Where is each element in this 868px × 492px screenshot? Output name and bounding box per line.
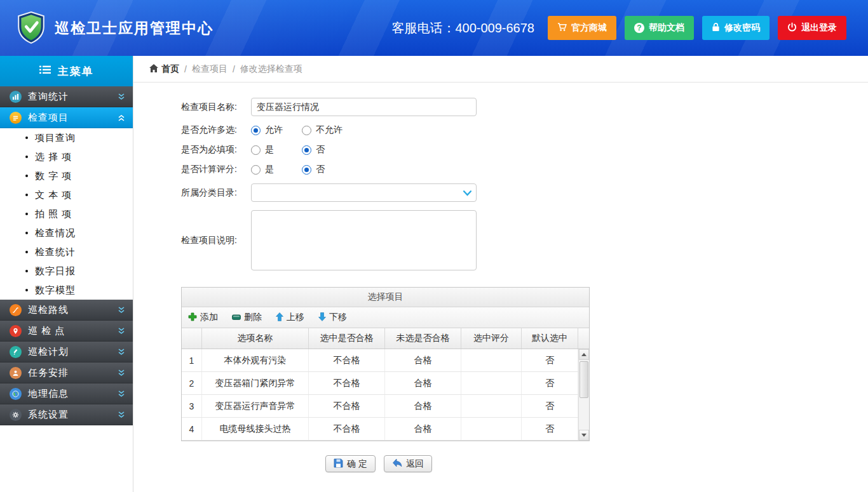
- home-icon: [149, 64, 158, 74]
- sidebar-item-inspection-plans[interactable]: 巡检计划: [0, 342, 133, 362]
- service-phone: 客服电话：400-009-6678: [391, 20, 534, 37]
- sidebar-subitem-number-daily[interactable]: 数字日报: [0, 262, 133, 281]
- radio-dot-icon: [251, 126, 261, 135]
- sidebar-subitem-project-query[interactable]: 项目查询: [0, 128, 133, 147]
- chevron-double-up-icon: [118, 114, 125, 121]
- radio-score-no[interactable]: 否: [302, 164, 353, 175]
- sidebar-subitem-number-item[interactable]: 数 字 项: [0, 166, 133, 185]
- sidebar-subitem-check-stats[interactable]: 检查统计: [0, 243, 133, 262]
- category-label: 所属分类目录:: [181, 187, 251, 199]
- radio-dot-icon: [251, 165, 261, 175]
- main-content: 首页 / 检查项目 / 修改选择检查项 检查项目名称: 是否允许多选: 允许 不…: [133, 56, 868, 492]
- power-icon: [787, 22, 797, 34]
- route-icon: [10, 304, 22, 316]
- scrollbar-thumb[interactable]: [580, 361, 588, 398]
- chevron-double-down-icon: [118, 390, 125, 397]
- cart-icon: [557, 22, 567, 34]
- sidebar-subitem-select-item[interactable]: 选 择 项: [0, 147, 133, 166]
- radio-disallow[interactable]: 不允许: [302, 124, 353, 136]
- lock-icon: [712, 22, 720, 34]
- form-row-description: 检查项目说明:: [181, 210, 868, 270]
- scroll-down-button[interactable]: [579, 430, 589, 441]
- sidebar-item-query-stats[interactable]: 查询统计: [0, 86, 133, 107]
- breadcrumb-separator: /: [184, 64, 187, 74]
- column-index: [182, 328, 202, 349]
- item-name-label: 检查项目名称:: [181, 102, 251, 113]
- arrow-down-icon: [318, 312, 326, 323]
- column-scrollbar-spacer: [578, 328, 589, 349]
- confirm-button[interactable]: 确 定: [325, 455, 376, 472]
- sidebar-item-task-assignment[interactable]: 任务安排: [0, 362, 133, 383]
- breadcrumb-section[interactable]: 检查项目: [192, 63, 227, 75]
- app-logo-shield-icon: [17, 11, 46, 44]
- triangle-down-icon: [581, 434, 587, 437]
- triangle-up-icon: [581, 353, 587, 356]
- sidebar-item-check-items[interactable]: 检查项目: [0, 107, 133, 128]
- sidebar-item-geo-info[interactable]: 地理信息: [0, 383, 133, 404]
- map-pin-icon: [10, 325, 22, 337]
- app-title: 巡检卫士应用管理中心: [55, 18, 214, 38]
- table-row[interactable]: 1 本体外观有污染 不合格 合格 否: [182, 349, 578, 372]
- chevron-double-down-icon: [118, 307, 125, 314]
- logout-button[interactable]: 退出登录: [778, 16, 846, 40]
- person-icon: [10, 367, 22, 379]
- breadcrumb-separator: /: [233, 64, 235, 74]
- add-option-button[interactable]: 添加: [188, 312, 218, 323]
- chart-icon: [10, 91, 22, 103]
- chevron-double-down-icon: [118, 369, 125, 376]
- radio-allow[interactable]: 允许: [251, 124, 302, 136]
- bullet-icon: [25, 194, 28, 196]
- form-row-score: 是否计算评分: 是 否: [181, 164, 868, 175]
- description-textarea[interactable]: [251, 210, 477, 270]
- breadcrumb-home[interactable]: 首页: [149, 63, 179, 75]
- bullet-icon: [25, 232, 28, 234]
- category-select[interactable]: [251, 183, 477, 202]
- grid-scrollbar: [578, 349, 589, 441]
- sidebar-item-system-settings[interactable]: 系统设置: [0, 404, 133, 425]
- sidebar-subitem-text-item[interactable]: 文 本 项: [0, 185, 133, 204]
- table-row[interactable]: 2 变压器箱门紧闭异常 不合格 合格 否: [182, 372, 578, 395]
- back-button[interactable]: 返回: [384, 455, 432, 472]
- check-item-form: 检查项目名称: 是否允许多选: 允许 不允许 是否为必填项: 是 否 是否计算评…: [133, 83, 868, 279]
- grid-rows: 1 本体外观有污染 不合格 合格 否 2 变压器箱门紧闭异常 不合格 合格 否: [182, 349, 578, 441]
- move-down-button[interactable]: 下移: [318, 312, 347, 323]
- bullet-icon: [25, 251, 28, 253]
- change-password-button[interactable]: 修改密码: [702, 16, 770, 40]
- radio-score-yes[interactable]: 是: [251, 164, 302, 175]
- radio-required-yes[interactable]: 是: [251, 144, 302, 156]
- breadcrumb: 首页 / 检查项目 / 修改选择检查项: [133, 56, 868, 83]
- chevron-double-down-icon: [118, 349, 125, 356]
- radio-required-no[interactable]: 否: [302, 144, 353, 156]
- chevron-double-down-icon: [118, 328, 125, 335]
- form-row-required: 是否为必填项: 是 否: [181, 144, 868, 156]
- required-label: 是否为必填项:: [181, 144, 251, 156]
- chevron-double-down-icon: [118, 93, 125, 100]
- pencil-icon: [10, 346, 22, 358]
- options-panel-title: 选择项目: [182, 288, 589, 307]
- sidebar-item-inspection-points[interactable]: 巡 检 点: [0, 321, 133, 342]
- bullet-icon: [25, 289, 28, 291]
- multi-select-label: 是否允许多选:: [181, 124, 251, 136]
- move-up-button[interactable]: 上移: [276, 312, 304, 323]
- table-row[interactable]: 3 变压器运行声音异常 不合格 合格 否: [182, 395, 578, 418]
- radio-dot-icon: [251, 145, 261, 155]
- bullet-icon: [25, 175, 28, 177]
- save-icon: [334, 458, 343, 470]
- question-icon: ?: [634, 23, 644, 33]
- sidebar-item-inspection-routes[interactable]: 巡检路线: [0, 300, 133, 321]
- table-row[interactable]: 4 电缆母线接头过热 不合格 合格 否: [182, 418, 578, 441]
- form-row-name: 检查项目名称:: [181, 98, 868, 116]
- minus-icon: [232, 312, 241, 322]
- form-row-multi-select: 是否允许多选: 允许 不允许: [181, 124, 868, 136]
- sidebar-subitem-photo-item[interactable]: 拍 照 项: [0, 204, 133, 223]
- item-name-input[interactable]: [251, 98, 477, 116]
- sidebar-subitem-check-status[interactable]: 检查情况: [0, 223, 133, 243]
- check-items-submenu: 项目查询 选 择 项 数 字 项 文 本 项 拍 照 项 检查情况 检查统计 数…: [0, 128, 133, 300]
- official-shop-button[interactable]: 官方商城: [548, 16, 616, 40]
- app-header: 巡检卫士应用管理中心 客服电话：400-009-6678 官方商城 ? 帮助文档…: [0, 0, 868, 56]
- bullet-icon: [25, 213, 28, 215]
- delete-option-button[interactable]: 删除: [232, 312, 262, 323]
- scroll-up-button[interactable]: [579, 349, 589, 360]
- sidebar-subitem-number-model[interactable]: 数字模型: [0, 281, 133, 300]
- help-docs-button[interactable]: ? 帮助文档: [625, 16, 694, 40]
